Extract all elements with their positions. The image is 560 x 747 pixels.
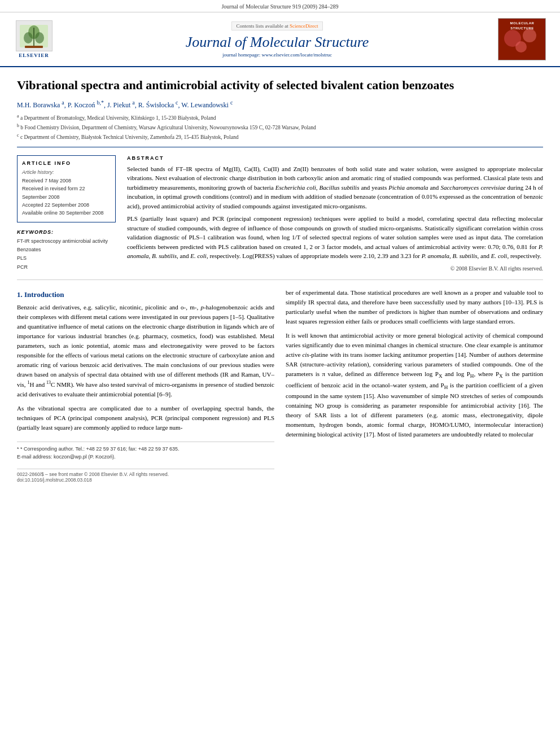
svg-rect-5 [25,46,43,48]
footnote-email: E-mail address: koczon@wp.pl (P. Koczoń)… [17,453,274,461]
copyright-line: © 2008 Elsevier B.V. All rights reserved… [127,265,543,272]
svg-text:MOLECULAR: MOLECULAR [510,21,535,25]
doi-line: doi:10.1016/j.molstruc.2008.03.018 [17,477,274,483]
bottom-bar: 0022-2860/$ – see front matter © 2008 El… [17,469,274,477]
available-date: Available online 30 September 2008 [22,209,111,217]
footnote-section: * * Corresponding author. Tel.: +48 22 5… [17,442,274,461]
journal-cover-image: MOLECULAR STRUCTURE [498,18,546,60]
svg-point-8 [523,29,536,42]
journal-title: Journal of Molecular Structure [62,34,492,51]
article-title-section: Vibrational spectra and antimicrobial ac… [17,67,543,147]
abstract-title: ABSTRACT [127,155,543,161]
body-section: 1. Introduction Benzoic acid derivatives… [17,288,543,483]
svg-point-3 [35,32,44,43]
keywords-box: Keywords: FT-IR spectroscopy antimicrobi… [17,229,116,272]
elsevier-logo-section: ELSEVIER [11,20,56,58]
journal-homepage: journal homepage: www.elsevier.com/locat… [62,52,492,58]
affiliations: a a Department of Bromatology, Medical U… [17,113,543,142]
affil-a: a a Department of Bromatology, Medical U… [17,113,543,122]
keywords-text: FT-IR spectroscopy antimicrobial activit… [17,237,116,272]
authors-text: M.H. Borawska a, P. Koczoń b,*, J. Pieku… [17,101,233,109]
journal-citation: Journal of Molecular Structure 919 (2009… [221,3,338,10]
section-divider [17,279,543,280]
content-area: Vibrational spectra and antimicrobial ac… [0,67,560,483]
journal-header: ELSEVIER Contents lists available at Sci… [0,12,560,67]
abstract-paragraph-2: PLS (partially least square) and PCR (pr… [127,214,543,261]
body-right-text2: It is well known that antimicrobial acti… [286,331,543,439]
journal-header-center: Contents lists available at ScienceDirec… [62,21,492,58]
body-right-text1: ber of experimental data. Those statisti… [286,288,543,326]
page: Journal of Molecular Structure 919 (2009… [0,0,560,747]
elsevier-logo-art [16,20,53,51]
history-label: Article history: [22,169,111,175]
article-title: Vibrational spectra and antimicrobial ac… [17,77,543,94]
abstract-column: ABSTRACT Selected bands of FT–IR spectra… [127,155,543,272]
keywords-title: Keywords: [17,229,116,235]
journal-image-section: MOLECULAR STRUCTURE [498,18,549,60]
article-info-title: ARTICLE INFO [22,160,111,166]
affil-b: b b Food Chemistry Division, Department … [17,123,543,132]
body-right-col: ber of experimental data. Those statisti… [286,288,543,483]
revised-date: Received in revised form 22 September 20… [22,185,111,201]
svg-point-9 [515,41,527,53]
sciencedirect-link[interactable]: ScienceDirect [290,23,318,29]
accepted-date: Accepted 22 September 2008 [22,201,111,209]
article-info-box: ARTICLE INFO Article history: Received 7… [17,155,116,222]
authors-line: M.H. Borawska a, P. Koczoń b,*, J. Pieku… [17,99,543,110]
svg-point-2 [24,32,33,43]
received-date: Received 7 May 2008 [22,177,111,185]
issn-line: 0022-2860/$ – see front matter © 2008 El… [17,471,169,477]
footnote-corresponding: * * Corresponding author. Tel.: +48 22 5… [17,445,274,453]
abstract-paragraph-1: Selected bands of FT–IR spectra of Mg(II… [127,164,543,211]
sciencedirect-bar: Contents lists available at ScienceDirec… [62,21,492,33]
elsevier-label: ELSEVIER [19,53,49,58]
body-left-col: 1. Introduction Benzoic acid derivatives… [17,288,274,483]
sciencedirect-prefix: Contents lists available at [237,23,290,29]
info-abstract-section: ARTICLE INFO Article history: Received 7… [17,147,543,272]
svg-text:STRUCTURE: STRUCTURE [510,27,534,30]
body-left-text1: Benzoic acid derivatives, e.g. salicylic… [17,303,274,399]
body-left-text2: As the vibrational spectra are complicat… [17,404,274,433]
section1-heading: 1. Introduction [17,290,274,299]
journal-topbar: Journal of Molecular Structure 919 (2009… [0,0,560,12]
article-info-column: ARTICLE INFO Article history: Received 7… [17,155,116,272]
affil-c: c c Department of Chemistry, Białystok T… [17,132,543,141]
